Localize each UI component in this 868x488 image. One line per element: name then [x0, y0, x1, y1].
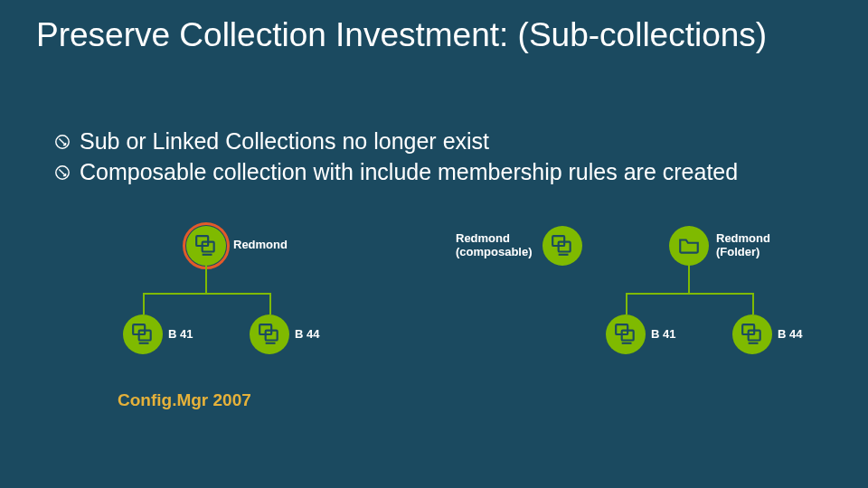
collection-node-redmond [186, 226, 226, 266]
collection-icon [131, 323, 155, 346]
collection-node-b44-left [250, 314, 289, 354]
collection-icon [614, 323, 637, 346]
collection-icon [741, 323, 764, 346]
node-label-b44-left: B 44 [295, 328, 319, 342]
diagram-stage: Redmond B 41 B 44 Config.Mgr 2007 Redmon… [0, 0, 868, 488]
collection-icon [551, 234, 574, 258]
connector-line [688, 266, 690, 293]
folder-node-redmond [669, 226, 709, 266]
connector-line [752, 293, 754, 314]
connector-line [143, 293, 145, 314]
node-label-redmond-folder: Redmond (Folder) [716, 232, 770, 259]
collection-node-redmond-composable [542, 226, 582, 266]
node-label-redmond: Redmond [233, 239, 288, 252]
node-label-b44-right: B 44 [778, 328, 802, 342]
collection-node-b41-left [123, 314, 163, 354]
collection-node-b44-right [732, 314, 772, 354]
connector-line [205, 266, 207, 293]
svg-rect-2 [196, 236, 208, 246]
connector-line [269, 293, 271, 314]
connector-line [626, 293, 754, 295]
node-label-b41-left: B 41 [168, 328, 193, 342]
connector-line [143, 293, 271, 295]
folder-icon [677, 234, 701, 258]
connector-line [626, 293, 627, 314]
collection-node-b41-right [606, 314, 646, 354]
svg-rect-3 [203, 242, 214, 252]
node-label-redmond-composable: Redmond (composable) [456, 232, 533, 259]
collection-icon [194, 234, 218, 258]
left-tree-caption: Config.Mgr 2007 [118, 390, 251, 410]
collection-icon [258, 323, 281, 346]
node-label-b41-right: B 41 [651, 328, 675, 342]
